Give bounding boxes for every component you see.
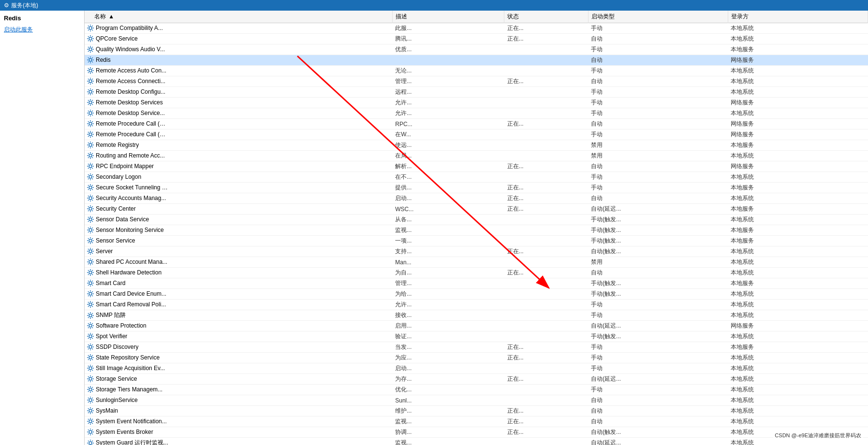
- service-startup: 手动: [588, 129, 728, 140]
- service-name-cell: Still Image Acquisition Ev...: [85, 363, 172, 373]
- table-row[interactable]: Remote Desktop Service...允许...手动本地系统: [85, 108, 868, 119]
- service-icon: [87, 205, 94, 213]
- table-row[interactable]: Remote Access Auto Con...无论...手动本地系统: [85, 66, 868, 76]
- col-startup[interactable]: 启动类型: [588, 11, 728, 23]
- table-row[interactable]: Software Protection启用...自动(延迟...网络服务: [85, 321, 868, 331]
- table-row[interactable]: RPC Endpoint Mapper解析...正在...自动网络服务: [85, 161, 868, 172]
- service-name-text: Software Protection: [96, 322, 147, 329]
- service-name-text: Shared PC Account Mana...: [96, 258, 167, 265]
- service-desc: 监视...: [392, 225, 504, 236]
- table-row[interactable]: Sensor Service一项...手动(触发...本地服务: [85, 236, 868, 246]
- service-name-text: Sensor Data Service: [96, 216, 149, 223]
- table-row[interactable]: Remote Procedure Call (…在W...手动网络服务: [85, 129, 868, 140]
- table-row[interactable]: Smart Card管理...手动(触发...本地服务: [85, 278, 868, 289]
- table-row[interactable]: QPCore Service腾讯...正在...自动本地系统: [85, 34, 868, 44]
- table-row[interactable]: Secure Socket Tunneling …提供...正在...手动本地服…: [85, 183, 868, 193]
- col-status[interactable]: 状态: [504, 11, 588, 23]
- service-name-cell: Server: [85, 246, 172, 256]
- table-row[interactable]: Server支持...正在...自动(触发...本地系统: [85, 246, 868, 257]
- table-row[interactable]: Shared PC Account Mana...Man...禁用本地系统: [85, 257, 868, 268]
- service-desc: 启动...: [392, 363, 504, 374]
- table-row[interactable]: Program Compatibility A...此服...正在...手动本地…: [85, 23, 868, 34]
- service-status: 正在...: [504, 76, 588, 87]
- table-row[interactable]: Remote Desktop Services允许...手动网络服务: [85, 98, 868, 108]
- service-login: 本地服务: [728, 236, 868, 246]
- table-row[interactable]: Quality Windows Audio V...优质...手动本地服务: [85, 44, 868, 55]
- table-row[interactable]: Storage Service为存...正在...自动(延迟...本地系统: [85, 374, 868, 385]
- service-icon: [87, 364, 94, 372]
- service-name-cell: Redis: [85, 55, 172, 65]
- service-startup: 手动: [588, 108, 728, 119]
- svg-point-2: [89, 48, 92, 51]
- service-desc: 管理...: [392, 76, 504, 87]
- service-name-text: Sensor Service: [96, 237, 135, 244]
- service-name-cell: Remote Access Auto Con...: [85, 66, 172, 75]
- col-desc[interactable]: 描述: [392, 11, 504, 23]
- table-row[interactable]: Remote Registry使远...禁用本地服务: [85, 140, 868, 151]
- table-row[interactable]: Spot Verifier验证...手动(触发...本地系统: [85, 331, 868, 342]
- table-row[interactable]: Security CenterWSC...正在...自动(延迟...本地服务: [85, 204, 868, 215]
- service-login: 网络服务: [728, 161, 868, 172]
- service-name-text: SNMP 陷阱: [96, 311, 126, 319]
- service-startup: 手动: [588, 353, 728, 363]
- table-row[interactable]: Remote Access Connecti...管理...正在...自动本地系…: [85, 76, 868, 87]
- service-status: 正在...: [504, 161, 588, 172]
- table-row[interactable]: Secondary Logon在不...手动本地系统: [85, 172, 868, 183]
- service-desc: 维护...: [392, 406, 504, 416]
- service-icon: [87, 99, 94, 106]
- service-desc: WSC...: [392, 204, 504, 215]
- service-icon: [87, 237, 94, 244]
- service-startup: 自动(触发...: [588, 246, 728, 257]
- service-desc: 启用...: [392, 321, 504, 331]
- service-name-cell: Remote Registry: [85, 140, 172, 150]
- table-row[interactable]: Smart Card Device Enum...为给...手动(触发...本地…: [85, 289, 868, 300]
- table-row[interactable]: SNMP 陷阱接收...手动本地系统: [85, 310, 868, 321]
- svg-point-37: [89, 420, 92, 423]
- service-startup: 手动: [588, 98, 728, 108]
- service-login: 本地系统: [728, 289, 868, 300]
- table-row[interactable]: State Repository Service为应...正在...手动本地系统: [85, 353, 868, 363]
- service-login: 本地系统: [728, 76, 868, 87]
- table-row[interactable]: Routing and Remote Acc...在局...禁用本地系统: [85, 151, 868, 161]
- service-startup: 禁用: [588, 140, 728, 151]
- table-row[interactable]: System Events Broker协调...正在...自动(触发...本地…: [85, 427, 868, 438]
- table-row[interactable]: Remote Procedure Call (…RPC...正在...自动网络服…: [85, 119, 868, 129]
- svg-point-17: [89, 207, 92, 210]
- table-row[interactable]: System Guard 运行时监视...监视...自动(延迟...本地系统: [85, 438, 868, 445]
- table-row[interactable]: System Event Notification...监视...正在...自动…: [85, 416, 868, 427]
- service-name-cell: Remote Procedure Call (…: [85, 119, 172, 129]
- service-desc: 使远...: [392, 140, 504, 151]
- table-row[interactable]: Sensor Data Service从各...手动(触发...本地系统: [85, 215, 868, 225]
- service-name-text: Shell Hardware Detection: [96, 269, 162, 276]
- table-row[interactable]: Storage Tiers Managem...优化...手动本地系统: [85, 385, 868, 395]
- start-service-link[interactable]: 启动此服务: [4, 26, 80, 34]
- service-status: [504, 215, 588, 225]
- service-icon: [87, 35, 94, 43]
- service-startup: 自动: [588, 268, 728, 278]
- table-row[interactable]: SysMain维护...正在...自动本地系统: [85, 406, 868, 416]
- service-startup: 禁用: [588, 257, 728, 268]
- service-desc: 允许...: [392, 300, 504, 310]
- table-row[interactable]: SSDP Discovery当发...正在...手动本地服务: [85, 342, 868, 353]
- service-status: 正在...: [504, 23, 588, 34]
- service-startup: 手动(触发...: [588, 289, 728, 300]
- service-name-cell: Smart Card Removal Poli...: [85, 300, 172, 309]
- table-row[interactable]: SunloginServiceSunl...自动本地系统: [85, 395, 868, 406]
- table-row[interactable]: Remote Desktop Configu...远程...手动本地系统: [85, 87, 868, 98]
- table-row[interactable]: Shell Hardware Detection为自...正在...自动本地系统: [85, 268, 868, 278]
- table-row[interactable]: Security Accounts Manag...启动...正在...自动本地…: [85, 193, 868, 204]
- svg-point-15: [89, 186, 92, 189]
- table-row[interactable]: Redis自动网络服务: [85, 55, 868, 66]
- col-login[interactable]: 登录方: [728, 11, 868, 23]
- table-row[interactable]: Smart Card Removal Poli...允许...手动本地系统: [85, 300, 868, 310]
- table-row[interactable]: Still Image Acquisition Ev...启动...手动本地系统: [85, 363, 868, 374]
- service-status: 正在...: [504, 268, 588, 278]
- service-name-cell: Secure Socket Tunneling …: [85, 183, 172, 192]
- col-name[interactable]: 名称 ▲: [85, 11, 392, 23]
- service-name-text: Remote Registry: [96, 142, 139, 148]
- service-name-cell: QPCore Service: [85, 34, 172, 43]
- service-status: [504, 140, 588, 151]
- service-status: 正在...: [504, 183, 588, 193]
- service-status: 正在...: [504, 204, 588, 215]
- table-row[interactable]: Sensor Monitoring Service监视...手动(触发...本地…: [85, 225, 868, 236]
